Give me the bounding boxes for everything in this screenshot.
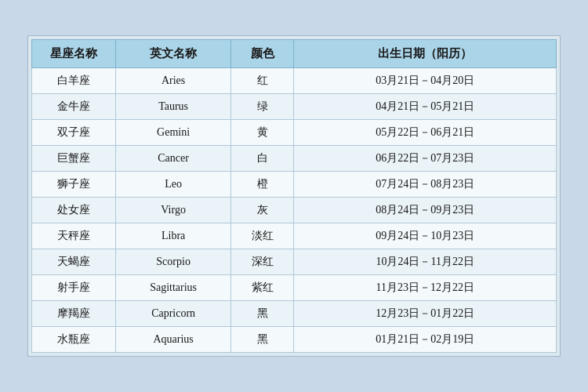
table-row: 水瓶座Aquarius黑01月21日－02月19日 [32,327,557,353]
cell-color: 灰 [231,198,294,223]
cell-date: 06月22日－07月23日 [294,146,557,172]
cell-english: Cancer [116,146,231,172]
cell-color: 白 [231,146,294,172]
table-row: 处女座Virgo灰08月24日－09月23日 [32,198,557,223]
cell-date: 12月23日－01月22日 [294,301,557,327]
cell-english: Gemini [116,120,231,146]
cell-color: 绿 [231,94,294,120]
cell-chinese: 白羊座 [32,68,116,94]
cell-english: Leo [116,172,231,198]
cell-date: 07月24日－08月23日 [294,172,557,198]
cell-color: 橙 [231,172,294,198]
table-row: 天蝎座Scorpio深红10月24日－11月22日 [32,249,557,275]
cell-chinese: 狮子座 [32,172,116,198]
cell-chinese: 金牛座 [32,94,116,120]
table-row: 巨蟹座Cancer白06月22日－07月23日 [32,146,557,172]
cell-date: 04月21日－05月21日 [294,94,557,120]
cell-date: 11月23日－12月22日 [294,275,557,301]
cell-date: 10月24日－11月22日 [294,249,557,275]
cell-english: Aries [116,68,231,94]
cell-chinese: 处女座 [32,198,116,223]
cell-chinese: 天蝎座 [32,249,116,275]
cell-chinese: 天秤座 [32,223,116,249]
cell-date: 08月24日－09月23日 [294,198,557,223]
table-row: 双子座Gemini黄05月22日－06月21日 [32,120,557,146]
cell-color: 黑 [231,301,294,327]
cell-date: 03月21日－04月20日 [294,68,557,94]
cell-color: 淡红 [231,223,294,249]
header-english: 英文名称 [116,40,231,68]
cell-english: Scorpio [116,249,231,275]
table-header-row: 星座名称 英文名称 颜色 出生日期（阳历） [32,40,557,68]
cell-english: Virgo [116,198,231,223]
cell-chinese: 双子座 [32,120,116,146]
cell-english: Libra [116,223,231,249]
cell-english: Taurus [116,94,231,120]
cell-color: 红 [231,68,294,94]
table-row: 狮子座Leo橙07月24日－08月23日 [32,172,557,198]
cell-date: 01月21日－02月19日 [294,327,557,353]
cell-color: 黑 [231,327,294,353]
header-color: 颜色 [231,40,294,68]
cell-chinese: 射手座 [32,275,116,301]
cell-english: Capricorn [116,301,231,327]
table-row: 天秤座Libra淡红09月24日－10月23日 [32,223,557,249]
cell-color: 紫红 [231,275,294,301]
zodiac-table-container: 星座名称 英文名称 颜色 出生日期（阳历） 白羊座Aries红03月21日－04… [27,35,561,357]
zodiac-table: 星座名称 英文名称 颜色 出生日期（阳历） 白羊座Aries红03月21日－04… [31,39,557,353]
cell-color: 深红 [231,249,294,275]
cell-color: 黄 [231,120,294,146]
cell-chinese: 摩羯座 [32,301,116,327]
table-row: 金牛座Taurus绿04月21日－05月21日 [32,94,557,120]
header-date: 出生日期（阳历） [294,40,557,68]
cell-chinese: 巨蟹座 [32,146,116,172]
cell-english: Sagittarius [116,275,231,301]
table-row: 白羊座Aries红03月21日－04月20日 [32,68,557,94]
cell-date: 09月24日－10月23日 [294,223,557,249]
cell-english: Aquarius [116,327,231,353]
table-row: 摩羯座Capricorn黑12月23日－01月22日 [32,301,557,327]
cell-chinese: 水瓶座 [32,327,116,353]
cell-date: 05月22日－06月21日 [294,120,557,146]
table-row: 射手座Sagittarius紫红11月23日－12月22日 [32,275,557,301]
header-chinese: 星座名称 [32,40,116,68]
